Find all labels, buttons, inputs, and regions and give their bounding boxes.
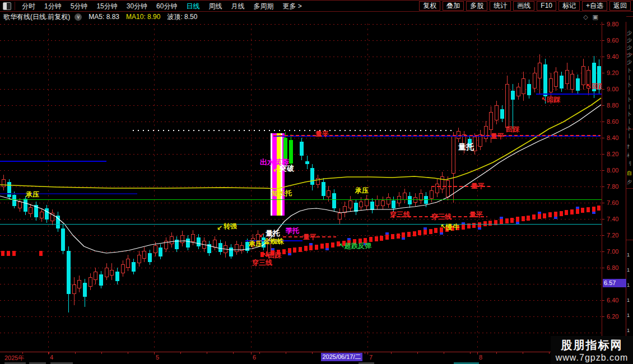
cropped-right-panel[interactable]: 少少少少少卜丨卜丨卜丨卜丨卜丨扌礻刂夕自1111111 bbox=[626, 12, 633, 362]
price-tick bbox=[602, 219, 604, 220]
candle bbox=[527, 84, 531, 95]
momentum-dot bbox=[597, 206, 601, 211]
signal-hline bbox=[0, 193, 137, 194]
panel-glyph: 丨 bbox=[627, 134, 632, 139]
candle bbox=[327, 190, 331, 197]
momentum-dot bbox=[538, 214, 541, 219]
minor-tick bbox=[22, 352, 23, 354]
momentum-dot bbox=[581, 208, 584, 213]
ma-lines bbox=[0, 0, 602, 352]
price-tick bbox=[602, 251, 604, 252]
candle bbox=[175, 240, 179, 249]
grid-hline bbox=[0, 170, 602, 171]
momentum-dot bbox=[522, 216, 525, 221]
momentum-dot-cap bbox=[309, 243, 313, 245]
price-tick bbox=[602, 300, 604, 301]
price-label: 6.40 bbox=[607, 297, 618, 304]
panel-glyph: 夕 bbox=[627, 180, 632, 185]
trading-app-window: 分时1分钟5分钟15分钟30分钟60分钟日线周线月线多周期更多 > 复权叠加多股… bbox=[0, 0, 633, 364]
panel-glyph-highlight: 自 bbox=[627, 171, 632, 176]
price-label: 8.20 bbox=[607, 151, 618, 157]
momentum-dot bbox=[423, 230, 427, 235]
momentum-dot-cap bbox=[402, 237, 405, 240]
price-tick bbox=[602, 170, 604, 171]
price-label: 9.60 bbox=[607, 37, 618, 44]
signal-label: 量平 bbox=[471, 183, 485, 189]
minor-tick bbox=[523, 352, 523, 354]
month-tick bbox=[367, 352, 368, 354]
candle bbox=[45, 208, 49, 220]
signal-label: 量托 bbox=[458, 143, 474, 151]
candle bbox=[7, 182, 11, 197]
signal-label: 量平 bbox=[315, 130, 329, 137]
candle bbox=[94, 272, 97, 280]
toolbar-button-返回[interactable]: 返回 bbox=[609, 1, 631, 11]
candle bbox=[576, 78, 580, 91]
momentum-dot bbox=[385, 235, 389, 240]
panel-number: 1 bbox=[627, 313, 630, 318]
grid-hline bbox=[0, 203, 602, 203]
candle bbox=[392, 200, 395, 208]
candle bbox=[202, 241, 206, 249]
signal-label: 季托 bbox=[286, 227, 299, 234]
candle bbox=[67, 251, 71, 294]
panel-glyph: 卜 bbox=[627, 97, 632, 102]
candle bbox=[375, 199, 379, 206]
minor-tick bbox=[496, 352, 497, 354]
candle bbox=[533, 73, 537, 88]
signal-label: ↙ bbox=[273, 166, 278, 173]
signal-hline bbox=[536, 94, 602, 95]
signal-stripe bbox=[272, 133, 277, 216]
price-tick bbox=[602, 89, 604, 90]
candle bbox=[83, 283, 87, 297]
panel-glyph: 少 bbox=[627, 31, 632, 36]
candle bbox=[359, 202, 363, 207]
momentum-dot bbox=[478, 222, 481, 227]
signal-label: 金蜘蛛 bbox=[264, 238, 284, 245]
candle bbox=[72, 284, 76, 294]
candle bbox=[565, 70, 569, 84]
panel-glyph: 卜 bbox=[627, 112, 632, 117]
candle bbox=[505, 84, 509, 128]
momentum-dot bbox=[565, 210, 568, 215]
minor-tick bbox=[207, 352, 207, 354]
momentum-dot bbox=[543, 213, 546, 218]
grid-vline bbox=[154, 24, 155, 351]
candle bbox=[322, 182, 325, 196]
price-tick bbox=[602, 40, 604, 41]
price-label: 8.40 bbox=[607, 134, 618, 141]
candle bbox=[554, 72, 558, 87]
momentum-dot bbox=[407, 232, 411, 237]
grid-hline bbox=[0, 105, 602, 106]
momentum-dot-cap bbox=[538, 212, 541, 214]
grid-hline bbox=[0, 57, 602, 57]
panel-glyph: 少 bbox=[627, 38, 632, 43]
signal-hline bbox=[0, 224, 602, 225]
panel-glyph: 扌 bbox=[627, 144, 632, 150]
candle bbox=[40, 212, 44, 218]
momentum-dot-cap bbox=[592, 212, 595, 214]
minor-tick bbox=[75, 352, 76, 354]
k-line-chart[interactable]: 承压承压承压短长托出水芙蓉↙突破量平回踩量平量托↙量托季托量平金蜘蛛↖回踩穿三线… bbox=[0, 0, 602, 352]
candle bbox=[484, 126, 488, 139]
candle bbox=[538, 63, 542, 78]
candle bbox=[495, 105, 499, 120]
signal-dotline bbox=[133, 130, 455, 131]
price-label: 8.60 bbox=[607, 118, 618, 125]
momentum-dot bbox=[505, 218, 509, 223]
watermark-title: 股朋指标网 bbox=[551, 338, 633, 353]
momentum-dot bbox=[299, 247, 302, 252]
candle bbox=[283, 138, 287, 159]
candle bbox=[153, 245, 157, 253]
momentum-dot bbox=[293, 248, 296, 253]
signal-label: 承压 bbox=[249, 240, 262, 247]
price-tick bbox=[602, 138, 604, 138]
grid-hline bbox=[0, 24, 602, 25]
month-tick bbox=[477, 352, 478, 354]
momentum-dot bbox=[548, 212, 552, 217]
momentum-dot bbox=[288, 248, 291, 253]
candle bbox=[61, 228, 65, 251]
candle bbox=[581, 66, 585, 85]
price-label: 7.00 bbox=[607, 248, 618, 255]
momentum-dot-cap bbox=[288, 253, 291, 255]
